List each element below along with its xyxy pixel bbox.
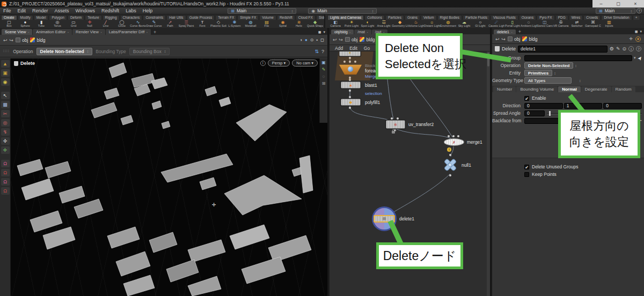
shelf-tab[interactable]: Guide Process (187, 15, 215, 20)
shelf-tool[interactable]: ◆ Geometry Light (392, 20, 408, 28)
folder-tab[interactable]: Number (493, 86, 516, 92)
shelf-tool[interactable]: ▯ Portal Light (504, 20, 521, 28)
shelf-tool[interactable]: ◯ Circle (114, 20, 130, 28)
shelf-tab[interactable]: PDG (555, 15, 568, 20)
shelf-tool[interactable]: ◧ Camera (327, 20, 343, 28)
pane-tab[interactable]: delete1 (494, 29, 516, 34)
shelf-tool[interactable]: ∿ Curve Bezier (130, 20, 146, 28)
select-arrow-icon[interactable]: ↖ (1, 92, 10, 99)
shelf-tool[interactable]: ◍ Metaball (243, 20, 259, 28)
menu-item[interactable]: Assets (52, 8, 72, 13)
shelf-tool[interactable]: ◆ Quick Shapes (307, 20, 323, 28)
node-blast1[interactable]: ▲ (341, 82, 361, 88)
shelf-tool[interactable]: ❋ L-System (226, 20, 243, 28)
grid-options-icon[interactable]: ⊞ (322, 81, 326, 86)
back-icon[interactable]: ↩ (495, 36, 500, 42)
shelf-tab[interactable]: Create (1, 15, 17, 20)
shelf-tab[interactable]: Particles (385, 15, 404, 20)
select-arrow-icon[interactable]: ➤ (636, 54, 643, 61)
enable-checkbox[interactable]: ✔ (524, 96, 529, 101)
snap-magnet-icon[interactable]: Ω (1, 187, 10, 195)
shelf-tab[interactable]: Terrain FX (215, 15, 237, 20)
dropdown-arrow-icon[interactable]: ▾ (634, 56, 636, 60)
menu-item[interactable]: Redshift (98, 8, 122, 13)
character-tool-icon[interactable]: ✜ (1, 137, 10, 145)
view-layout-icon[interactable]: ▣ (321, 60, 326, 65)
magnify-icon[interactable]: ⊙ (310, 38, 314, 42)
node-polyfill1[interactable]: ◆ (341, 99, 361, 106)
shelf-tool[interactable]: ☁ Sky Light (456, 20, 472, 28)
shelf-tool[interactable]: ☼ Distant Light (424, 20, 440, 28)
node-null1[interactable] (442, 157, 458, 173)
node-top[interactable]: ✦ (339, 51, 361, 56)
direction-x-field[interactable]: 0 (524, 103, 563, 109)
network-scrollbar[interactable] (487, 51, 490, 296)
shelf-tab[interactable]: Hair Utils (166, 15, 186, 20)
menu-item[interactable]: Render (29, 8, 52, 13)
shelf-tool[interactable]: ☲ Area Light (376, 20, 392, 28)
shelf-tool[interactable]: ➚ Path (162, 20, 178, 28)
shelf-tool[interactable]: ▒ Spray Paint (178, 20, 194, 28)
minimize-button[interactable]: – (596, 1, 606, 6)
shelf-tool[interactable]: ▮ Tube (33, 20, 49, 28)
operation-dropdown[interactable]: Delete Non-Selected ↕ (36, 48, 93, 55)
secure-selection-icon[interactable]: ▩ (1, 101, 10, 108)
shelf-tab[interactable]: Oceans (519, 15, 536, 20)
breadcrumb-obj[interactable]: obj (345, 37, 357, 42)
pane-tab[interactable]: obj/bldg (331, 29, 354, 34)
menu-item[interactable]: Windows (72, 8, 99, 13)
shelf-tab[interactable]: Wires (569, 15, 583, 20)
menu-item[interactable]: Help (140, 8, 156, 13)
geometry-type-dropdown[interactable]: All Types (524, 77, 572, 84)
pose-tool-icon[interactable]: ↯ (1, 128, 10, 136)
shelf-tool[interactable]: ○ GI Light (472, 20, 488, 28)
shelf-tab[interactable]: Lights and Cameras (327, 15, 364, 20)
snap-magnet-icon[interactable]: Ω (1, 178, 10, 186)
shelf-tab[interactable]: Volume (259, 15, 276, 20)
shelf-tab[interactable]: Vellum (421, 15, 437, 20)
back-icon[interactable]: ↩ (333, 37, 337, 42)
bounding-type-dropdown[interactable]: Bounding Box ↕ (129, 48, 170, 55)
shelf-tool[interactable]: ✇ VR Camera (553, 20, 569, 28)
node-name-field[interactable]: delete1 (518, 46, 608, 53)
snap-magnet-icon[interactable]: Ω (1, 169, 10, 176)
viewport-tool-icon[interactable] (1, 87, 10, 90)
shelf-tab[interactable]: + (633, 15, 640, 20)
brush-icon[interactable]: ✎ (616, 46, 620, 51)
folder-tab[interactable]: Random (612, 86, 635, 92)
sort-icon[interactable]: ⇅ (314, 49, 319, 54)
flipbook-icon[interactable]: ◌ (323, 74, 325, 79)
shelf-tab[interactable]: Collisions (364, 15, 385, 20)
shelf-tab[interactable]: Drive Simulation (601, 15, 632, 20)
handles-tool-icon[interactable]: ◎ (1, 119, 10, 127)
shelf-tool[interactable]: ◎ Torus (49, 20, 65, 28)
folder-tab[interactable]: Normal (558, 86, 581, 92)
shelf-tab[interactable]: Rigging (103, 15, 120, 20)
back-icon[interactable]: ↩ (3, 38, 8, 43)
shelf-tab[interactable]: Viscous Fluids (491, 15, 518, 20)
shelf-tab[interactable]: SideFX Labs (316, 15, 324, 20)
desktop-selector-right[interactable]: ⊞ Main ↕ (596, 8, 635, 14)
node-uv-transfer2[interactable]: ✻ (386, 120, 405, 129)
material-ball-icon[interactable]: ● (305, 38, 308, 42)
forward-icon[interactable]: ↪ (502, 36, 506, 42)
desktop-selector-2[interactable]: ◉ Main ↕ (308, 8, 377, 14)
group-field[interactable] (524, 55, 632, 61)
shelf-tool[interactable]: ≋ Helix (291, 20, 307, 28)
menu-item[interactable]: File (0, 8, 14, 13)
shelf-tab[interactable]: Crowds (583, 15, 601, 20)
shelf-tab[interactable]: Modify (18, 15, 33, 20)
shelf-tab[interactable]: Grains (405, 15, 420, 20)
move-tool-icon[interactable]: ✛ (1, 146, 10, 154)
entity-dropdown[interactable]: Primitives (524, 70, 552, 76)
shelf-tool[interactable]: ● Sphere (17, 20, 33, 28)
pane-menu-icon[interactable]: ▾ (323, 30, 325, 34)
maximize-button[interactable]: ◻ (613, 1, 624, 6)
keep-points-checkbox[interactable] (524, 172, 529, 177)
shelf-tool[interactable]: ⇄ Switcher (569, 20, 585, 28)
shelf-tool[interactable]: ╱ Line (98, 20, 114, 28)
pane-tab[interactable]: Labs/Parameter Diff (106, 29, 151, 35)
spread-angle-field[interactable]: 0 (524, 110, 545, 116)
persp-selector[interactable]: Persp ▾ (268, 60, 290, 66)
shelf-tab[interactable]: Simple FX (237, 15, 259, 20)
